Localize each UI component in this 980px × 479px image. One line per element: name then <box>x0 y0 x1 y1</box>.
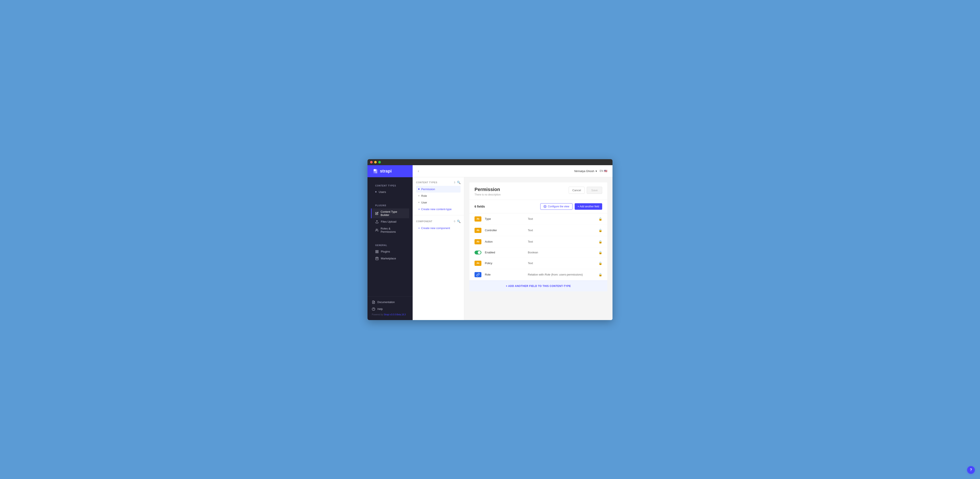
sidebar-section-label-plugins: Plugins <box>371 200 409 208</box>
fields-section: 6 fields Configure the view <box>469 200 607 291</box>
sidebar-item-marketplace[interactable]: Marketplace <box>371 255 409 262</box>
content-types-section-label: Content Types <box>416 181 438 184</box>
field-type-action: Text <box>528 240 598 243</box>
bullet-icon <box>418 202 420 203</box>
panel-component: Component 0 🔍 + Create new component <box>413 216 464 233</box>
create-content-type-link[interactable]: + Create new content-type <box>416 206 461 212</box>
lock-icon: 🔒 <box>598 262 602 265</box>
back-button[interactable]: ‹ <box>418 169 419 173</box>
sidebar-footer: Documentation Help Powered by Strapi v3.… <box>368 296 413 320</box>
field-row-type: Ab Type Text 🔒 <box>469 213 607 225</box>
main-area: ‹ Nirmalya Ghosh ▾ EN 🇺🇸 <box>413 165 612 320</box>
field-type-policy: Text <box>528 262 598 265</box>
field-row-action: Ab Action Text 🔒 <box>469 236 607 247</box>
toggle-icon <box>474 251 481 254</box>
sidebar-item-content-type-builder[interactable]: Content Type Builder <box>371 208 409 218</box>
store-icon <box>375 257 379 260</box>
main-content: Permission There is no description Cance… <box>464 177 612 320</box>
sidebar-item-files-upload[interactable]: Files Upload <box>371 218 409 225</box>
link-icon <box>476 273 480 276</box>
sidebar-content-types-section: Content Types Users <box>368 177 413 197</box>
fields-header: 6 fields Configure the view <box>469 200 607 213</box>
sidebar-item-users[interactable]: Users <box>371 188 409 195</box>
maximize-button[interactable] <box>378 161 381 163</box>
search-icon[interactable]: 🔍 <box>457 181 461 184</box>
add-field-bottom-label: + ADD ANOTHER FIELD TO THIS CONTENT-TYPE <box>506 284 571 287</box>
svg-point-1 <box>376 229 377 230</box>
field-type-enabled: Boolean <box>528 251 598 254</box>
save-button[interactable]: Save <box>587 187 602 194</box>
field-row-policy: Ab Policy Text 🔒 <box>469 258 607 269</box>
strapi-logo-icon <box>372 168 378 174</box>
bullet-icon <box>418 195 420 196</box>
panel-content-types-header: Content Types 3 🔍 <box>416 181 461 184</box>
panel-content-types: Content Types 3 🔍 Permission <box>413 177 464 214</box>
field-type-type: Text <box>528 217 598 220</box>
sidebar-logo: strapi <box>368 165 413 177</box>
lang-label: EN <box>600 169 603 172</box>
field-type-role: Relation with Role (from: users-permissi… <box>528 273 598 276</box>
create-component-link[interactable]: + Create new component <box>416 225 461 232</box>
sidebar-item-documentation[interactable]: Documentation <box>368 299 413 306</box>
lock-icon: 🔒 <box>598 273 602 276</box>
lock-icon: 🔒 <box>598 240 602 243</box>
field-row-enabled: Enabled Boolean 🔒 <box>469 247 607 258</box>
field-policy-icon: Ab <box>474 261 481 266</box>
app-layout: strapi Content Types Users Plugins <box>368 165 612 320</box>
sidebar-item-help[interactable]: Help <box>368 306 413 313</box>
lock-icon: 🔒 <box>598 217 602 221</box>
configure-view-button[interactable]: Configure the view <box>540 203 572 210</box>
chevron-down-icon: ▾ <box>595 169 597 173</box>
relation-icon <box>474 272 481 277</box>
user-info[interactable]: Nirmalya Ghosh ▾ <box>574 169 597 173</box>
svg-rect-4 <box>377 252 378 253</box>
help-button[interactable]: ? <box>967 466 975 474</box>
add-another-field-button[interactable]: + Add another field <box>575 203 602 210</box>
sidebar-item-roles-permissions[interactable]: Roles & Permissions <box>371 225 409 235</box>
sidebar-plugins-section: Plugins Content Type Builder Files Uploa… <box>368 197 413 237</box>
component-count: 0 <box>454 220 455 223</box>
app-window: strapi Content Types Users Plugins <box>368 159 612 320</box>
content-actions: Cancel Save <box>569 187 602 194</box>
grid-icon <box>375 250 379 253</box>
close-button[interactable] <box>370 161 373 163</box>
component-search-icon[interactable]: 🔍 <box>457 220 461 223</box>
field-name-type: Type <box>485 217 528 220</box>
component-section-label: Component <box>416 220 433 223</box>
minimize-button[interactable] <box>374 161 377 163</box>
lock-icon: 🔒 <box>598 251 602 254</box>
panel-item-role[interactable]: Role <box>416 193 461 199</box>
field-row-controller: Ab Controller Text 🔒 <box>469 225 607 236</box>
bullet-icon <box>418 188 420 190</box>
top-header: ‹ Nirmalya Ghosh ▾ EN 🇺🇸 <box>413 165 612 177</box>
svg-point-11 <box>544 206 546 207</box>
lock-icon: 🔒 <box>598 228 602 232</box>
left-panel: Content Types 3 🔍 Permission <box>413 177 464 320</box>
sidebar-section-label-content-types: Content Types <box>371 181 409 188</box>
flag-icon: 🇺🇸 <box>604 169 607 172</box>
content-header: Permission There is no description Cance… <box>469 182 607 200</box>
field-controller-icon: Ab <box>474 228 481 233</box>
sidebar-item-plugins[interactable]: Plugins <box>371 248 409 255</box>
field-name-enabled: Enabled <box>485 251 528 254</box>
content-area: Content Types 3 🔍 Permission <box>413 177 612 320</box>
settings-icon <box>544 205 547 208</box>
pencil-icon <box>375 212 379 215</box>
panel-item-permission[interactable]: Permission <box>416 186 461 193</box>
fields-count: 6 fields <box>474 205 485 208</box>
help-circle-icon <box>372 307 375 311</box>
logo-text: strapi <box>380 169 391 174</box>
field-action-icon: Ab <box>474 239 481 244</box>
fields-actions: Configure the view + Add another field <box>540 203 602 210</box>
sidebar-general-section: General Plugins Ma <box>368 237 413 264</box>
field-name-controller: Controller <box>485 228 528 232</box>
cancel-button[interactable]: Cancel <box>569 187 585 194</box>
strapi-version-link[interactable]: Strapi v3.0.0-Beta.18.3 <box>384 313 406 316</box>
svg-rect-2 <box>375 251 377 251</box>
header-right: Nirmalya Ghosh ▾ EN 🇺🇸 <box>574 169 607 173</box>
panel-item-user[interactable]: User <box>416 199 461 206</box>
add-field-bottom-button[interactable]: + ADD ANOTHER FIELD TO THIS CONTENT-TYPE <box>469 281 607 291</box>
plus-icon: + <box>418 208 420 211</box>
content-title-area: Permission There is no description <box>474 187 501 196</box>
language-selector[interactable]: EN 🇺🇸 <box>600 169 607 172</box>
